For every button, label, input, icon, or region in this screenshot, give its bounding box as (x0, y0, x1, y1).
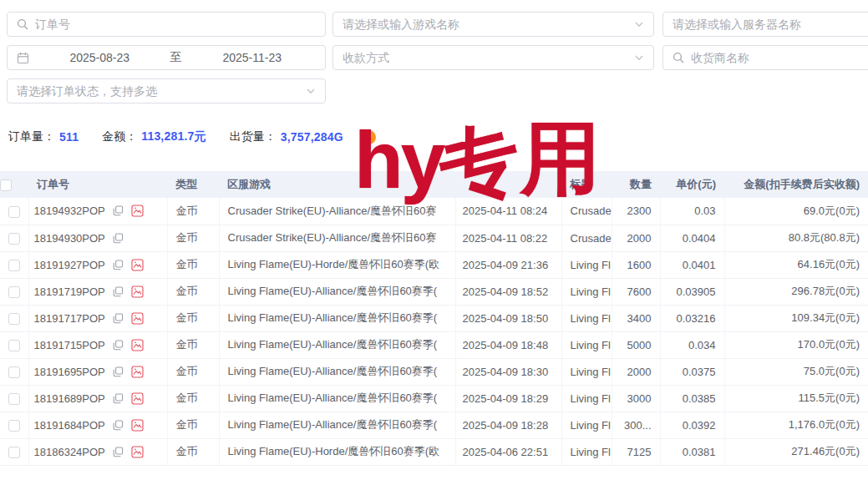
order-status-input[interactable] (17, 84, 299, 98)
order-time: 2025-04-09 18:48 (455, 331, 561, 358)
summary-stats-bar: 订单量： 511 金额： 113,281.7元 出货量： 3,757,284G … (8, 129, 376, 145)
shipment-value: 3,757,284G (281, 130, 343, 144)
amount: 271.46元(0元) (724, 438, 868, 465)
row-checkbox[interactable] (8, 366, 20, 378)
table-row: 18191689POP 金币 Living Flame(EU)-Alliance… (0, 385, 868, 412)
order-type: 金币 (167, 251, 219, 278)
table-row: 18191684POP 金币 Living Flame(EU)-Alliance… (0, 412, 868, 438)
copy-icon[interactable] (113, 340, 124, 351)
screenshot-image-icon[interactable] (131, 259, 144, 271)
order-type: 金币 (167, 331, 219, 358)
server-name-select[interactable] (662, 12, 868, 37)
unit-price: 0.034 (660, 331, 724, 358)
col-header-order-no: 订单号 (28, 171, 167, 198)
amount: 115.5元(0元) (724, 385, 868, 412)
order-number-input[interactable] (35, 18, 316, 31)
copy-icon[interactable] (113, 233, 124, 244)
quantity: 300... (612, 412, 660, 438)
orders-table: 订单号 类型 区服游戏 标题 数量 单价(元) 金额(扣手续费后实收额) 181… (0, 171, 868, 466)
table-row: 18191695POP 金币 Living Flame(EU)-Alliance… (0, 358, 868, 385)
game-server: Living Flame(EU)-Alliance/魔兽怀旧60赛季( (219, 305, 455, 331)
game-server: Living Flame(EU)-Horde/魔兽怀旧60赛季(欧 (219, 438, 455, 465)
chevron-down-icon[interactable] (634, 53, 644, 63)
unit-price: 0.0404 (660, 225, 724, 251)
screenshot-image-icon[interactable] (131, 446, 144, 458)
server-name-input[interactable] (673, 18, 868, 31)
payment-method-select[interactable] (332, 45, 654, 70)
order-time: 2025-04-09 21:36 (455, 251, 561, 278)
screenshot-image-icon[interactable] (131, 312, 144, 325)
quantity: 5000 (612, 331, 660, 358)
unit-price: 0.0381 (660, 438, 724, 465)
quantity: 2000 (612, 225, 660, 251)
order-type: 金币 (167, 278, 219, 305)
screenshot-image-icon[interactable] (131, 205, 144, 217)
game-server: Living Flame(EU)-Horde/魔兽怀旧60赛季(欧 (219, 251, 455, 278)
chevron-down-icon[interactable] (634, 19, 644, 29)
order-number: 18191695POP (34, 366, 105, 378)
row-checkbox[interactable] (8, 206, 20, 218)
col-header-title: 标题 (561, 171, 612, 198)
screenshot-image-icon[interactable] (131, 392, 144, 405)
quantity: 2000 (612, 358, 660, 385)
table-row: 18186324POP 金币 Living Flame(EU)-Horde/魔兽… (0, 438, 868, 465)
copy-icon[interactable] (113, 393, 124, 404)
copy-icon[interactable] (113, 260, 124, 270)
date-end-value[interactable]: 2025-11-23 (189, 51, 317, 64)
copy-icon[interactable] (113, 205, 124, 216)
order-number: 18191719POP (34, 285, 105, 298)
screenshot-image-icon[interactable] (131, 285, 144, 298)
amount: 75.0元(0元) (724, 358, 868, 385)
order-status-multiselect[interactable] (7, 78, 326, 104)
row-checkbox[interactable] (8, 313, 20, 325)
order-number-search-field[interactable] (7, 12, 326, 37)
copy-icon[interactable] (113, 313, 124, 324)
quantity: 7600 (612, 278, 660, 305)
order-time: 2025-04-11 08:22 (455, 225, 561, 251)
screenshot-image-icon[interactable] (131, 366, 144, 378)
order-type: 金币 (167, 305, 219, 331)
row-checkbox[interactable] (8, 286, 20, 298)
screenshot-image-icon[interactable] (131, 339, 144, 351)
copy-icon[interactable] (113, 286, 124, 297)
amount: 64.16元(0元) (724, 251, 868, 278)
payment-method-input[interactable] (343, 51, 627, 64)
amount-label: 金额： (102, 129, 137, 144)
quantity: 3000 (612, 385, 660, 412)
date-start-value[interactable]: 2025-08-23 (36, 51, 164, 64)
table-row: 18194932POP 金币 Crusader Strike(EU)-Allia… (0, 198, 868, 225)
copy-icon[interactable] (113, 420, 124, 431)
row-checkbox[interactable] (8, 260, 20, 271)
game-name-select[interactable] (332, 12, 654, 37)
game-name-input[interactable] (343, 18, 627, 31)
copy-icon[interactable] (113, 366, 124, 377)
order-count-label: 订单量： (8, 129, 55, 144)
order-title: Living Fl (561, 331, 612, 358)
chevron-down-icon[interactable] (306, 86, 316, 96)
amount: 1,176.0元(0元) (724, 412, 868, 438)
table-header-row: 订单号 类型 区服游戏 标题 数量 单价(元) 金额(扣手续费后实收额) (0, 171, 868, 198)
date-range-picker[interactable]: 2025-08-23 至 2025-11-23 (7, 45, 326, 70)
order-number: 18191717POP (34, 312, 105, 325)
receiver-name-input[interactable] (691, 51, 868, 64)
row-checkbox[interactable] (8, 447, 20, 458)
row-checkbox[interactable] (8, 340, 20, 351)
order-time: 2025-04-09 18:50 (455, 305, 561, 331)
row-checkbox[interactable] (8, 393, 20, 405)
order-title: Living Fl (561, 305, 612, 331)
receiver-name-search-field[interactable] (662, 45, 868, 70)
order-type: 金币 (167, 198, 219, 225)
copy-icon[interactable] (113, 447, 124, 457)
select-all-checkbox[interactable] (0, 179, 12, 191)
row-checkbox[interactable] (8, 233, 20, 245)
unit-price: 0.0375 (660, 358, 724, 385)
help-icon[interactable]: ? (362, 130, 376, 144)
order-number: 18191684POP (34, 419, 105, 432)
order-title: Living Fl (561, 358, 612, 385)
game-server: Living Flame(EU)-Alliance/魔兽怀旧60赛季( (219, 278, 455, 305)
calendar-icon (17, 52, 29, 64)
order-time: 2025-04-09 18:52 (455, 278, 561, 305)
row-checkbox[interactable] (8, 420, 20, 432)
table-row: 18194930POP 金币 Crusader Strike(EU)-Allia… (0, 225, 868, 251)
screenshot-image-icon[interactable] (131, 419, 144, 432)
